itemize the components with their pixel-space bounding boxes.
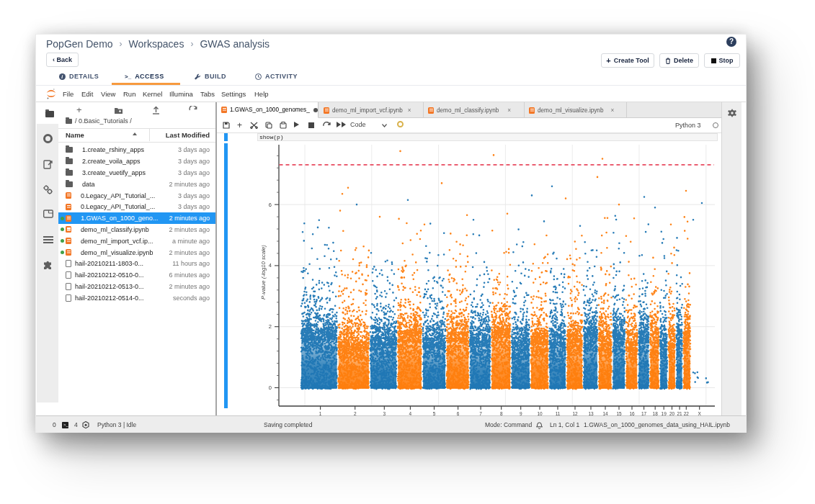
svg-text:P-value (-log10 scale): P-value (-log10 scale) bbox=[260, 245, 267, 300]
svg-text:2: 2 bbox=[269, 323, 272, 330]
svg-text:4: 4 bbox=[269, 262, 272, 269]
svg-text:6: 6 bbox=[269, 202, 272, 208]
svg-text:0: 0 bbox=[269, 384, 272, 391]
